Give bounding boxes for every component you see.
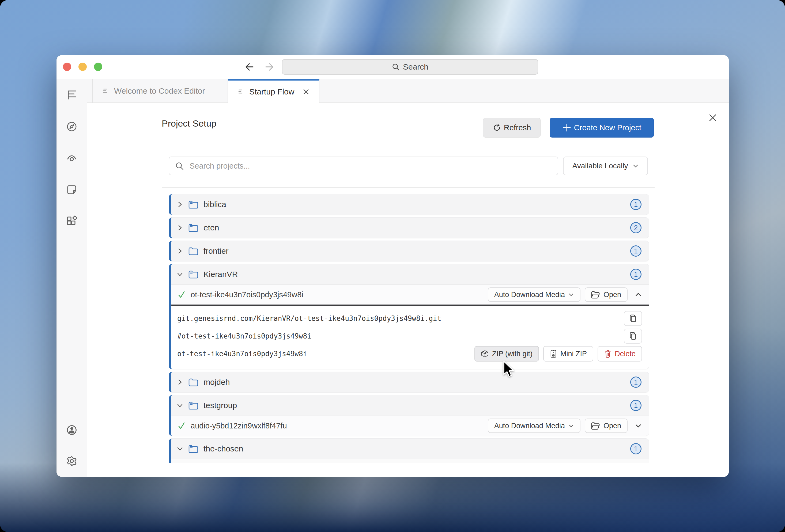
collapse-details-icon[interactable] [635,291,642,298]
project-count-badge: 1 [630,199,641,210]
copy-ref-button[interactable] [624,329,642,344]
panel-close-icon[interactable] [707,112,718,123]
zipper-icon [550,350,557,358]
folder-icon [188,200,198,209]
project-group-name: frontier [203,246,228,256]
project-count-badge: 1 [630,245,641,257]
open-project-button[interactable]: Open [585,419,628,433]
mini-zip-button[interactable]: Mini ZIP [543,346,593,362]
project-group-header[interactable]: biblica 1 [171,194,649,215]
plus-icon [562,123,571,132]
project-count-badge: 2 [630,222,641,233]
delete-project-button[interactable]: Delete [598,346,642,362]
activity-sidebar [56,79,87,477]
project-count-badge: 1 [630,376,641,388]
project-card-kieranvr: KieranVR 1 ot-test-ike4u3n7ois0pdy3js49w… [169,264,649,369]
tab-label: Welcome to Codex Editor [114,86,205,96]
zip-with-git-button[interactable]: ZIP (with git) [475,346,539,362]
tab-welcome[interactable]: Welcome to Codex Editor [92,79,228,103]
package-icon [481,350,489,358]
auto-download-media-dropdown[interactable]: Auto Download Media [488,419,580,433]
project-entry-row: ot-test-ike4u3n7ois0pdy3js49w8i Auto Dow… [171,285,649,304]
folder-open-icon [591,422,600,430]
folder-icon [188,223,198,232]
auto-download-media-dropdown[interactable]: Auto Download Media [488,287,580,302]
extensions-icon[interactable] [66,215,78,228]
divider [162,187,655,188]
project-count-badge: 1 [630,443,641,454]
sticky-note-icon[interactable] [66,184,78,196]
project-group-header[interactable]: eten 2 [171,218,649,238]
project-group-header[interactable]: mojdeh 1 [171,372,649,392]
trash-icon [604,350,611,358]
chevron-right-icon [177,201,183,208]
create-new-project-button[interactable]: Create New Project [550,118,654,137]
app-window: Search [56,55,729,477]
minimize-window-button[interactable] [78,63,87,71]
project-card-testgroup: testgroup 1 audio-y5bd12zin9wxlf8f47fu A… [169,395,649,436]
project-group-header[interactable]: the-chosen 1 [171,438,649,459]
chevron-right-icon [177,379,183,385]
close-window-button[interactable] [63,63,71,71]
chevron-down-icon [568,292,574,298]
project-search-input[interactable] [169,157,558,175]
eye-preview-icon[interactable] [66,152,78,164]
availability-filter-dropdown[interactable]: Available Locally [563,157,648,175]
chevron-down-icon [177,446,183,452]
project-entry-row-cutoff [171,459,649,463]
document-outline-icon [237,88,245,96]
project-count-badge: 1 [630,269,641,280]
search-icon [175,162,184,171]
check-icon [177,422,186,430]
project-group-name: KieranVR [203,270,238,279]
forward-arrow-icon[interactable] [263,61,275,73]
outline-tree-icon[interactable] [66,89,78,101]
project-search [169,157,558,175]
project-group-name: eten [203,223,219,232]
project-card-mojdeh: mojdeh 1 [169,372,649,393]
mouse-cursor [503,361,514,378]
project-card-the-chosen: the-chosen 1 [169,438,649,463]
project-group-header[interactable]: frontier 1 [171,241,649,261]
maximize-window-button[interactable] [94,63,102,71]
project-count-badge: 1 [630,400,641,411]
back-arrow-icon[interactable] [244,61,256,73]
tab-bar: Welcome to Codex Editor Startup Flow [87,79,729,103]
chevron-down-icon [632,163,639,169]
folder-icon [188,401,198,410]
open-project-button[interactable]: Open [585,287,628,302]
project-group-name: mojdeh [203,378,230,387]
copy-icon [629,332,637,340]
git-url-text: git.genesisrnd.com/KieranVR/ot-test-ike4… [177,314,441,322]
project-card-frontier: frontier 1 [169,241,649,262]
titlebar: Search [56,55,729,79]
compass-icon[interactable] [66,121,78,133]
tab-label: Startup Flow [249,87,294,96]
expand-details-icon[interactable] [635,422,642,429]
search-placeholder-text: Search [403,62,428,72]
desktop-wallpaper: Search [0,0,785,532]
tab-close-icon[interactable] [303,88,309,95]
chevron-right-icon [177,248,183,254]
chevron-down-icon [177,402,183,409]
traffic-lights [63,63,102,71]
project-card-eten: eten 2 [169,217,649,238]
chevron-down-icon [177,271,183,277]
project-group-header[interactable]: testgroup 1 [171,395,649,416]
project-id-text: ot-test-ike4u3n7ois0pdy3js49w8i [177,350,307,358]
project-group-header[interactable]: KieranVR 1 [171,264,649,285]
refresh-button[interactable]: Refresh [483,118,540,137]
settings-gear-icon[interactable] [66,455,78,467]
folder-open-icon [591,291,600,299]
tab-startup-flow[interactable]: Startup Flow [228,79,320,103]
project-entry-name: ot-test-ike4u3n7ois0pdy3js49w8i [191,290,303,299]
project-ref-text: #ot-test-ike4u3n7ois0pdy3js49w8i [177,332,311,340]
project-list: biblica 1 eten 2 [169,194,649,463]
chevron-down-icon [568,423,574,429]
global-search-field[interactable]: Search [282,59,538,75]
copy-git-url-button[interactable] [624,311,642,326]
account-icon[interactable] [66,424,78,436]
folder-icon [188,378,198,387]
project-entry-row: audio-y5bd12zin9wxlf8f47fu Auto Download… [171,416,649,436]
project-entry-name: audio-y5bd12zin9wxlf8f47fu [191,422,287,430]
